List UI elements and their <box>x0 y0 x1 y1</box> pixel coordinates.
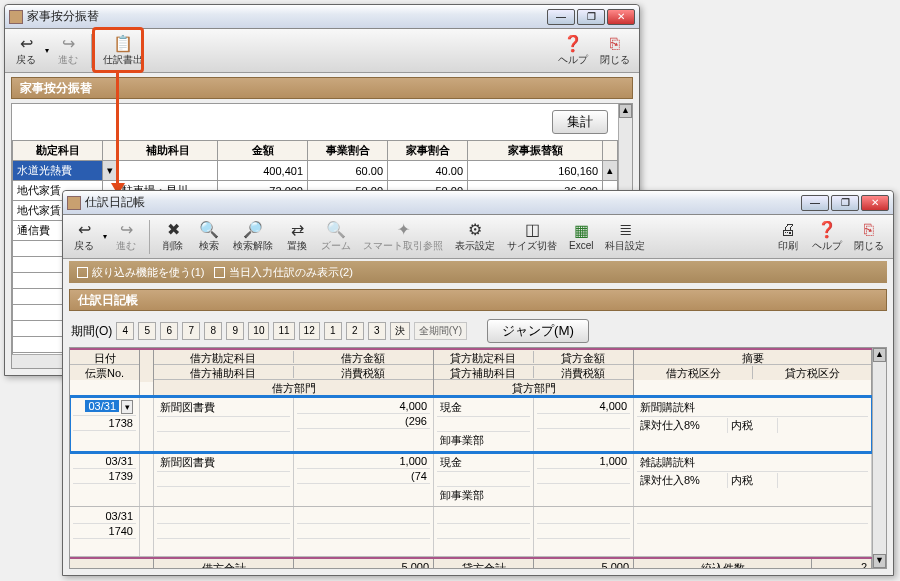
minimize-button[interactable]: — <box>547 9 575 25</box>
period-bar: 期間(O) 4 5 6 7 8 9 10 11 12 1 2 3 決 全期間(Y… <box>63 315 893 347</box>
smart-button[interactable]: ✦スマート取引参照 <box>358 218 448 256</box>
help-button[interactable]: ❓ヘルプ <box>807 218 847 256</box>
table-row[interactable]: 水道光熱費▾ 400,401 60.00 40.00 160,160▴ <box>13 161 618 181</box>
month-btn[interactable]: 11 <box>273 322 294 340</box>
month-btn[interactable]: 3 <box>368 322 386 340</box>
period-label: 期間(O) <box>71 323 112 340</box>
col-amount: 金額 <box>218 141 308 161</box>
col-transfer: 家事振替額 <box>468 141 603 161</box>
app-icon <box>67 196 81 210</box>
jump-button[interactable]: ジャンプ(M) <box>487 319 589 343</box>
close-button[interactable]: ✕ <box>607 9 635 25</box>
journal-row[interactable]: 03/311740 <box>70 507 872 557</box>
all-period-button[interactable]: 全期間(Y) <box>414 322 467 340</box>
month-btn[interactable]: 1 <box>324 322 342 340</box>
help-button[interactable]: ❓ヘルプ <box>553 32 593 70</box>
totals-row: 借方合計 5,000 貸方合計 5,000 絞込件数 2 <box>70 557 872 569</box>
month-btn[interactable]: 2 <box>346 322 364 340</box>
titlebar-2[interactable]: 仕訳日記帳 — ❐ ✕ <box>63 191 893 215</box>
journal-export-button[interactable]: 📋仕訳書出 <box>98 32 148 70</box>
panel-title-2: 仕訳日記帳 <box>69 289 887 311</box>
month-btn[interactable]: 5 <box>138 322 156 340</box>
month-btn[interactable]: 決 <box>390 322 410 340</box>
window-title: 仕訳日記帳 <box>85 194 801 211</box>
print-button[interactable]: 🖨印刷 <box>771 218 805 256</box>
toolbar-2: ↩戻る ▾ ↪進む ✖削除 🔍検索 🔎検索解除 ⇄置換 🔍ズーム ✦スマート取引… <box>63 215 893 259</box>
replace-button[interactable]: ⇄置換 <box>280 218 314 256</box>
aggregate-button[interactable]: 集計 <box>552 110 608 134</box>
journal-row[interactable]: 03/31▾ 1738 新聞図書費 4,000(296 現金卸事業部 4,000… <box>70 397 872 452</box>
journal-row[interactable]: 03/311739 新聞図書費 1,000(74 現金卸事業部 1,000 雑誌… <box>70 452 872 507</box>
month-btn[interactable]: 12 <box>299 322 320 340</box>
zoom-button[interactable]: 🔍ズーム <box>316 218 356 256</box>
col-biz: 事業割合 <box>308 141 388 161</box>
month-btn[interactable]: 4 <box>116 322 134 340</box>
filter-bar: 絞り込み機能を使う(1) 当日入力仕訳のみ表示(2) <box>69 261 887 283</box>
minimize-button[interactable]: — <box>801 195 829 211</box>
close-tool-button[interactable]: ⎘閉じる <box>849 218 889 256</box>
clear-search-button[interactable]: 🔎検索解除 <box>228 218 278 256</box>
arrow-line <box>116 73 119 185</box>
today-checkbox[interactable]: 当日入力仕訳のみ表示(2) <box>214 265 352 280</box>
excel-button[interactable]: ▦Excel <box>564 218 598 256</box>
column-settings-button[interactable]: ≣科目設定 <box>600 218 650 256</box>
window-journal: 仕訳日記帳 — ❐ ✕ ↩戻る ▾ ↪進む ✖削除 🔍検索 🔎検索解除 ⇄置換 … <box>62 190 894 576</box>
month-btn[interactable]: 6 <box>160 322 178 340</box>
narrow-checkbox[interactable]: 絞り込み機能を使う(1) <box>77 265 204 280</box>
panel-title-1: 家事按分振替 <box>11 77 633 99</box>
col-home: 家事割合 <box>388 141 468 161</box>
titlebar-1[interactable]: 家事按分振替 — ❐ ✕ <box>5 5 639 29</box>
month-btn[interactable]: 10 <box>248 322 269 340</box>
month-btn[interactable]: 9 <box>226 322 244 340</box>
toolbar-1: ↩戻る ▾ ↪進む 📋仕訳書出 ❓ヘルプ ⎘閉じる <box>5 29 639 73</box>
journal-header: 日付伝票No. 借方勘定科目 借方金額 借方補助科目 消費税額 借方部門 貸方勘… <box>70 348 872 397</box>
window-title: 家事按分振替 <box>27 8 547 25</box>
size-toggle-button[interactable]: ◫サイズ切替 <box>502 218 562 256</box>
col-sub: 補助科目 <box>118 141 218 161</box>
month-btn[interactable]: 8 <box>204 322 222 340</box>
delete-button[interactable]: ✖削除 <box>156 218 190 256</box>
col-account: 勘定科目 <box>13 141 103 161</box>
forward-button[interactable]: ↪進む <box>51 32 85 70</box>
app-icon <box>9 10 23 24</box>
maximize-button[interactable]: ❐ <box>831 195 859 211</box>
scrollbar-vertical[interactable]: ▲▼ <box>872 348 886 568</box>
forward-button[interactable]: ↪進む <box>109 218 143 256</box>
display-settings-button[interactable]: ⚙表示設定 <box>450 218 500 256</box>
maximize-button[interactable]: ❐ <box>577 9 605 25</box>
back-button[interactable]: ↩戻る <box>9 32 43 70</box>
close-tool-button[interactable]: ⎘閉じる <box>595 32 635 70</box>
back-button[interactable]: ↩戻る <box>67 218 101 256</box>
close-button[interactable]: ✕ <box>861 195 889 211</box>
search-button[interactable]: 🔍検索 <box>192 218 226 256</box>
month-btn[interactable]: 7 <box>182 322 200 340</box>
journal-content: 日付伝票No. 借方勘定科目 借方金額 借方補助科目 消費税額 借方部門 貸方勘… <box>69 347 887 569</box>
